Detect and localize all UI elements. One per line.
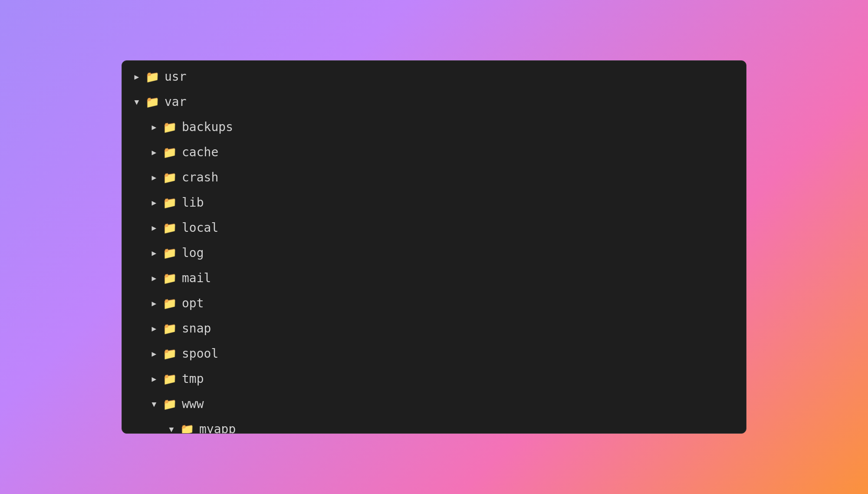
item-label: crash — [182, 171, 218, 184]
chevron-right-icon — [148, 325, 160, 333]
folder-icon: 📁 — [163, 398, 177, 410]
chevron-right-icon — [148, 174, 160, 181]
item-label: usr — [164, 71, 187, 83]
folder-icon: 📁 — [163, 273, 177, 284]
folder-icon: 📁 — [163, 147, 177, 158]
item-label: myapp — [199, 423, 236, 433]
chevron-down-icon — [165, 425, 178, 433]
folder-icon: 📁 — [163, 172, 177, 183]
folder-icon: 📁 — [163, 197, 177, 208]
chevron-right-icon — [148, 350, 160, 358]
tree-item-log[interactable]: 📁 log — [122, 240, 746, 266]
chevron-right-icon — [148, 375, 160, 383]
folder-icon: 📁 — [180, 424, 194, 433]
tree-item-myapp[interactable]: 📁 myapp — [122, 417, 746, 433]
folder-icon: 📁 — [163, 222, 177, 234]
tree-item-cache[interactable]: 📁 cache — [122, 140, 746, 165]
item-label: local — [182, 222, 218, 234]
chevron-right-icon — [148, 249, 160, 257]
tree-item-lib[interactable]: 📁 lib — [122, 190, 746, 215]
folder-icon: 📁 — [163, 247, 177, 259]
tree-item-local[interactable]: 📁 local — [122, 215, 746, 240]
chevron-right-icon — [148, 199, 160, 207]
tree-item-usr[interactable]: 📁 usr — [122, 64, 746, 89]
tree-item-crash[interactable]: 📁 crash — [122, 165, 746, 190]
chevron-down-icon — [148, 400, 160, 408]
item-label: lib — [182, 197, 204, 209]
item-label: var — [164, 96, 187, 108]
tree-item-www[interactable]: 📁 www — [122, 392, 746, 417]
item-label: backups — [182, 121, 233, 133]
item-label: spool — [182, 348, 218, 360]
folder-icon: 📁 — [163, 348, 177, 359]
folder-icon: 📁 — [163, 323, 177, 334]
chevron-right-icon — [148, 224, 160, 232]
item-label: snap — [182, 323, 211, 335]
tree-item-spool[interactable]: 📁 spool — [122, 341, 746, 366]
folder-icon: 📁 — [163, 122, 177, 133]
folder-icon: 📁 — [163, 298, 177, 309]
file-tree: 📁 usr 📁 var 📁 backups 📁 cache 📁 crash — [122, 61, 746, 433]
file-explorer-window: 📁 usr 📁 var 📁 backups 📁 cache 📁 crash — [122, 60, 746, 434]
tree-item-tmp[interactable]: 📁 tmp — [122, 366, 746, 392]
folder-icon: 📁 — [163, 373, 177, 385]
item-label: log — [182, 247, 204, 259]
item-label: opt — [182, 297, 204, 310]
chevron-right-icon — [131, 73, 143, 81]
tree-item-mail[interactable]: 📁 mail — [122, 266, 746, 291]
item-label: cache — [182, 146, 218, 158]
tree-item-backups[interactable]: 📁 backups — [122, 115, 746, 140]
tree-item-opt[interactable]: 📁 opt — [122, 291, 746, 316]
item-label: tmp — [182, 373, 204, 385]
folder-icon: 📁 — [145, 71, 159, 82]
chevron-down-icon — [131, 98, 143, 106]
item-label: www — [182, 398, 204, 410]
chevron-right-icon — [148, 274, 160, 282]
chevron-right-icon — [148, 300, 160, 307]
tree-item-var[interactable]: 📁 var — [122, 89, 746, 115]
chevron-right-icon — [148, 123, 160, 131]
tree-item-snap[interactable]: 📁 snap — [122, 316, 746, 341]
folder-icon: 📁 — [145, 96, 159, 108]
item-label: mail — [182, 272, 211, 284]
chevron-right-icon — [148, 148, 160, 156]
